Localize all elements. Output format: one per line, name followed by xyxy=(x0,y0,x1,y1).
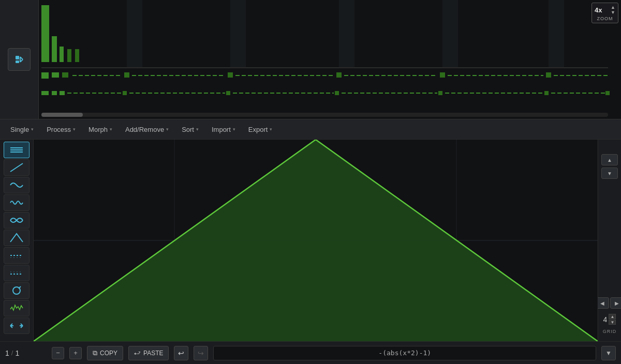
right-nav-section: ◀ ▶ 4 ▲ ▼ GRID xyxy=(598,215,621,339)
undo-btn[interactable]: ↩ xyxy=(174,346,188,360)
svg-rect-7 xyxy=(60,47,64,62)
tool-circular[interactable] xyxy=(4,282,29,299)
formula-display: -(abs(x*2)-1) xyxy=(213,346,596,360)
transport-button[interactable] xyxy=(8,48,31,71)
svg-rect-31 xyxy=(52,91,57,95)
svg-rect-13 xyxy=(442,0,458,67)
svg-rect-0 xyxy=(16,56,19,59)
tool-dotted1[interactable] xyxy=(4,247,29,264)
paste-icon: ⮐ xyxy=(134,349,141,357)
waveform-svg xyxy=(39,0,621,119)
main-area: ▲ ▼ ◀ ▶ 4 ▲ ▼ GRID xyxy=(0,140,621,341)
dropdown-arrow-icon: ▼ xyxy=(605,350,612,357)
menu-bar: Single ▾ Process ▾ Morph ▾ Add/Remove ▾ … xyxy=(0,119,621,140)
svg-rect-36 xyxy=(226,91,230,95)
tool-line[interactable] xyxy=(4,159,29,176)
svg-rect-26 xyxy=(440,72,445,78)
right-panel: ▲ ▼ ◀ ▶ 4 ▲ ▼ GRID xyxy=(598,140,621,341)
status-bar: 1 / 1 − + ⧉ COPY ⮐ PASTE ↩ ↪ -(abs(x*2)-… xyxy=(0,341,621,364)
tool-dotted2[interactable] xyxy=(4,265,29,281)
single-arrow: ▾ xyxy=(31,127,34,132)
waveform-display: 4x ▲ ▼ ZOOM xyxy=(39,0,621,119)
copy-btn[interactable]: ⧉ COPY xyxy=(87,346,123,360)
svg-rect-30 xyxy=(41,91,49,95)
page-current: 1 xyxy=(5,349,9,357)
menu-sort[interactable]: Sort ▾ xyxy=(176,123,204,136)
scroll-down-btn[interactable]: ▼ xyxy=(601,168,618,179)
svg-rect-11 xyxy=(230,0,246,67)
tool-double-sine[interactable] xyxy=(4,194,29,211)
menu-import[interactable]: Import ▾ xyxy=(206,123,241,136)
morph-arrow: ▾ xyxy=(110,127,112,132)
tool-random[interactable] xyxy=(4,300,29,316)
svg-rect-5 xyxy=(41,5,49,62)
tool-sawtooth[interactable] xyxy=(4,230,29,246)
svg-rect-1 xyxy=(16,60,19,63)
page-total: 1 xyxy=(15,349,19,357)
svg-rect-17 xyxy=(52,72,59,78)
grid-up[interactable]: ▲ xyxy=(609,314,616,319)
formula-dropdown-btn[interactable]: ▼ xyxy=(601,346,616,360)
grid-down[interactable]: ▼ xyxy=(609,320,616,325)
menu-process[interactable]: Process ▾ xyxy=(41,123,81,136)
copy-icon: ⧉ xyxy=(93,349,97,357)
plus-btn[interactable]: + xyxy=(69,347,82,359)
page-sep: / xyxy=(11,349,13,357)
svg-rect-28 xyxy=(546,72,551,78)
sort-arrow: ▾ xyxy=(196,127,199,132)
svg-rect-20 xyxy=(124,72,129,78)
tool-select[interactable] xyxy=(4,142,29,158)
svg-rect-18 xyxy=(62,72,68,78)
grid-value: 4 xyxy=(603,315,608,324)
import-arrow: ▾ xyxy=(233,127,235,132)
tool-panel xyxy=(0,140,34,341)
paste-label: PASTE xyxy=(143,350,163,357)
page-info: 1 / 1 xyxy=(5,349,47,357)
add-remove-arrow: ▾ xyxy=(166,127,169,132)
minus-btn[interactable]: − xyxy=(52,347,64,359)
tool-sine[interactable] xyxy=(4,177,29,193)
scroll-up-btn[interactable]: ▲ xyxy=(601,154,618,165)
svg-rect-14 xyxy=(549,0,564,67)
formula-text: -(abs(x*2)-1) xyxy=(378,349,431,357)
top-section: 4x ▲ ▼ ZOOM xyxy=(0,0,621,119)
svg-rect-10 xyxy=(127,0,142,67)
copy-label: COPY xyxy=(100,350,117,357)
svg-rect-44 xyxy=(605,91,610,95)
left-transport-panel xyxy=(0,0,39,119)
svg-rect-40 xyxy=(438,91,442,95)
redo-icon: ↪ xyxy=(198,349,204,357)
svg-line-56 xyxy=(19,286,21,289)
tool-stretch[interactable] xyxy=(4,317,29,334)
undo-icon: ↩ xyxy=(178,349,184,357)
tool-x-shape[interactable] xyxy=(4,212,29,229)
svg-rect-8 xyxy=(67,49,71,62)
export-arrow: ▾ xyxy=(270,127,272,132)
svg-rect-45 xyxy=(41,113,608,117)
grid-arrows[interactable]: ▲ ▼ xyxy=(609,314,616,325)
nav-buttons: ◀ ▶ xyxy=(596,297,621,309)
svg-rect-6 xyxy=(52,36,57,62)
svg-rect-38 xyxy=(335,91,339,95)
svg-rect-12 xyxy=(339,0,354,67)
svg-rect-32 xyxy=(60,91,65,95)
svg-rect-42 xyxy=(544,91,549,95)
svg-rect-16 xyxy=(41,72,49,79)
wave-canvas xyxy=(34,140,598,341)
svg-line-50 xyxy=(10,163,23,172)
svg-rect-22 xyxy=(228,72,233,78)
svg-rect-34 xyxy=(123,91,127,95)
grid-control: 4 ▲ ▼ xyxy=(603,314,616,325)
svg-rect-46 xyxy=(41,113,83,117)
grid-label: GRID xyxy=(603,329,617,334)
paste-btn[interactable]: ⮐ PASTE xyxy=(128,346,169,360)
wave-editor[interactable] xyxy=(34,140,598,341)
menu-add-remove[interactable]: Add/Remove ▾ xyxy=(120,123,174,136)
menu-morph[interactable]: Morph ▾ xyxy=(83,123,117,136)
menu-export[interactable]: Export ▾ xyxy=(243,123,278,136)
nav-right-btn[interactable]: ▶ xyxy=(610,297,621,309)
process-arrow: ▾ xyxy=(73,127,76,132)
menu-single[interactable]: Single ▾ xyxy=(5,123,39,136)
svg-rect-24 xyxy=(336,72,342,78)
redo-btn[interactable]: ↪ xyxy=(194,346,208,360)
